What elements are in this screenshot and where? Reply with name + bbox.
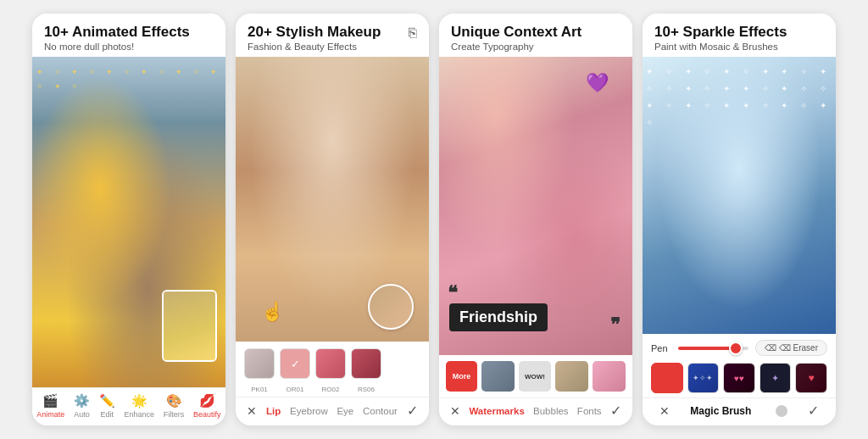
friendship-text-badge: Friendship [449, 303, 548, 331]
card2-swatches: ✓ [236, 342, 429, 386]
tab-eye[interactable]: Eye [337, 406, 353, 416]
swatch-label-rs06: RS06 [351, 386, 381, 393]
swatch-label-ro02: RO02 [315, 386, 346, 393]
tab-watermarks[interactable]: Watermarks [469, 406, 524, 416]
pen-label: Pen [651, 343, 671, 353]
tab-close-button[interactable]: ✕ [247, 404, 257, 418]
card3-confirm-button[interactable]: ✓ [610, 403, 621, 419]
card3-thumbnails: More WOW! [439, 355, 632, 397]
heart-emoji: 💜 [586, 72, 609, 94]
thumbnail-3[interactable] [555, 361, 588, 392]
swatch-label-or01: OR01 [280, 386, 310, 393]
swatch-pk01[interactable] [244, 348, 275, 379]
toolbar-edit[interactable]: ✏️ Edit [99, 393, 115, 419]
edit-label: Edit [101, 410, 114, 419]
card3-close-button[interactable]: ✕ [450, 404, 460, 418]
quote-open-icon: ❝ [448, 282, 458, 304]
card2-circle-thumbnail [368, 284, 414, 330]
card3-header: Unique Context Art Create Typography [439, 14, 632, 57]
card2-gesture-icon: ☝️ [261, 301, 284, 323]
card2-subtitle: Fashion & Beauty Effects [248, 42, 381, 52]
tab-fonts[interactable]: Fonts [577, 406, 602, 416]
copy-icon[interactable]: ⎘ [409, 25, 417, 41]
thumbnail-1[interactable] [481, 361, 515, 392]
swatch-label-pk01: PK01 [244, 386, 275, 393]
edit-icon: ✏️ [99, 393, 115, 408]
card2-tabs: ✕ Lip Eyebrow Eye Contour ✓ [236, 397, 429, 425]
toolbar-auto[interactable]: ⚙️ Auto [74, 393, 90, 419]
card1-header: 10+ Animated Effects No more dull photos… [32, 14, 225, 57]
swatch-or01-selected[interactable]: ✓ [280, 348, 310, 379]
auto-icon: ⚙️ [74, 393, 90, 408]
swatch-labels-row: PK01 OR01 RO02 RS06 [236, 386, 429, 397]
app-container: 10+ Animated Effects No more dull photos… [19, 0, 849, 439]
card3-subtitle: Create Typography [451, 42, 620, 52]
tab-lip[interactable]: Lip [266, 406, 281, 416]
swatch-rs06[interactable] [351, 348, 381, 379]
card4-photo-inner [643, 57, 836, 334]
card-animated-effects: 10+ Animated Effects No more dull photos… [32, 14, 225, 425]
card4-swatch-hearts[interactable] [723, 363, 755, 393]
thumbnail-wow[interactable]: WOW! [519, 361, 552, 392]
card4-bottom-tabs: ✕ Magic Brush ✓ [643, 397, 836, 425]
thumbnail-4[interactable] [593, 361, 626, 392]
thumbnail-more[interactable]: More [446, 361, 477, 392]
card4-swatch-script[interactable] [760, 363, 792, 393]
card4-confirm-button[interactable]: ✓ [808, 403, 819, 419]
card4-swatches [643, 359, 836, 397]
quote-close-icon: ❞ [610, 314, 620, 336]
toolbar-filters[interactable]: 🎨 Filters [164, 393, 185, 419]
beautify-icon: 💋 [199, 393, 215, 408]
toolbar-beautify[interactable]: 💋 Beautify [193, 393, 221, 419]
animate-label: Animate [36, 410, 64, 419]
card4-title: 10+ Sparkle Effects [654, 24, 824, 41]
animate-icon: 🎬 [42, 393, 58, 408]
card3-title: Unique Context Art [451, 24, 620, 41]
tab-contour[interactable]: Contour [363, 406, 398, 416]
magic-brush-dot [776, 405, 787, 417]
card1-image [32, 57, 225, 387]
card4-photo [643, 57, 836, 334]
filters-icon: 🎨 [166, 393, 182, 408]
card2-title: 20+ Stylish Makeup [248, 24, 381, 41]
card-makeup: 20+ Stylish Makeup Fashion & Beauty Effe… [236, 14, 429, 425]
enhance-label: Enhance [125, 410, 155, 419]
pen-slider-thumb[interactable] [729, 342, 743, 355]
eraser-icon: ⌫ [765, 343, 776, 353]
card1-mini-photo [162, 290, 217, 362]
card4-pen-row: Pen ⌫ ⌫ Eraser [643, 334, 836, 359]
magic-brush-label: Magic Brush [690, 405, 751, 417]
card2-header: 20+ Stylish Makeup Fashion & Beauty Effe… [236, 14, 429, 57]
eraser-label: ⌫ Eraser [779, 343, 818, 353]
card-context-art: Unique Context Art Create Typography 💜 ❝… [439, 14, 632, 425]
card4-swatch-red[interactable] [651, 363, 683, 393]
tab-bubbles[interactable]: Bubbles [533, 406, 569, 416]
toolbar-animate[interactable]: 🎬 Animate [36, 393, 64, 419]
pen-slider[interactable] [678, 347, 748, 350]
tab-confirm-button[interactable]: ✓ [407, 403, 418, 419]
card1-subtitle: No more dull photos! [44, 42, 214, 52]
card3-tabs: ✕ Watermarks Bubbles Fonts ✓ [439, 397, 632, 425]
toolbar-enhance[interactable]: 🌟 Enhance [125, 393, 155, 419]
card4-swatch-last[interactable] [795, 363, 827, 393]
auto-label: Auto [74, 410, 90, 419]
card2-header-text: 20+ Stylish Makeup Fashion & Beauty Effe… [248, 24, 381, 52]
eraser-button[interactable]: ⌫ ⌫ Eraser [755, 340, 827, 356]
card4-close-button[interactable]: ✕ [659, 404, 670, 418]
enhance-icon: 🌟 [131, 393, 147, 408]
beautify-label: Beautify [193, 410, 221, 419]
filters-label: Filters [164, 410, 185, 419]
card3-photo: 💜 ❝ Friendship ❞ [439, 57, 632, 355]
card1-title: 10+ Animated Effects [44, 24, 214, 41]
card2-photo: ☝️ [236, 57, 429, 342]
card1-toolbar: 🎬 Animate ⚙️ Auto ✏️ Edit 🌟 Enhance 🎨 Fi… [32, 387, 225, 425]
tab-eyebrow[interactable]: Eyebrow [290, 406, 328, 416]
card4-swatch-stars[interactable] [687, 363, 720, 393]
card-sparkle-effects: 10+ Sparkle Effects Paint with Mosaic & … [643, 14, 836, 425]
swatch-ro02[interactable] [315, 348, 346, 379]
card4-subtitle: Paint with Mosaic & Brushes [654, 42, 824, 52]
card4-header: 10+ Sparkle Effects Paint with Mosaic & … [643, 14, 836, 57]
